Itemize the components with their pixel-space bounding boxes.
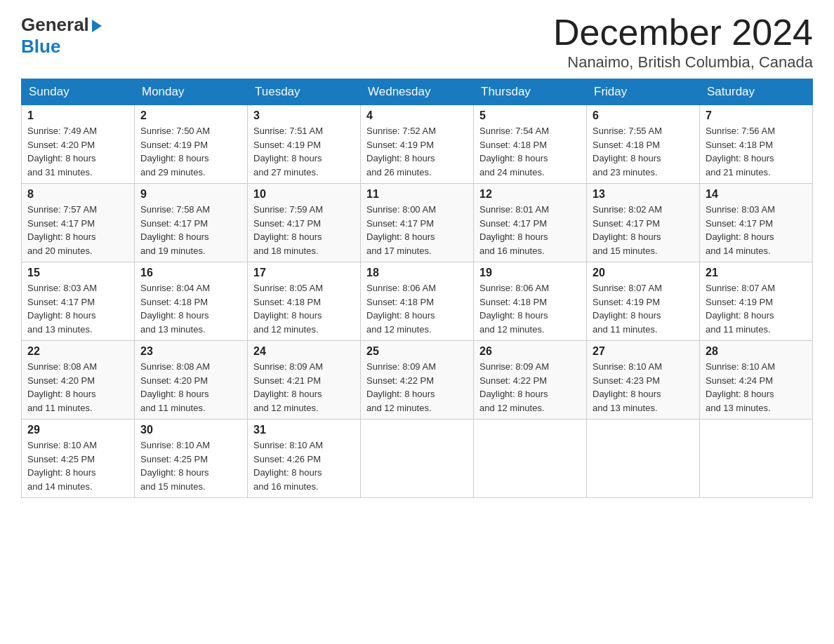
day-number: 2	[140, 109, 241, 122]
day-number: 30	[140, 424, 241, 436]
day-number: 9	[140, 188, 241, 201]
day-info: Sunrise: 8:07 AM Sunset: 4:19 PM Dayligh…	[706, 281, 807, 336]
day-number: 31	[253, 424, 355, 436]
day-number: 1	[27, 109, 128, 122]
header-sunday: Sunday	[22, 79, 135, 105]
day-number: 19	[479, 267, 581, 279]
header-wednesday: Wednesday	[361, 79, 474, 105]
day-number: 26	[479, 345, 581, 358]
day-number: 17	[253, 267, 355, 279]
day-number: 28	[706, 345, 807, 358]
day-info: Sunrise: 7:56 AM Sunset: 4:18 PM Dayligh…	[706, 124, 807, 179]
calendar-cell: 30 Sunrise: 8:10 AM Sunset: 4:25 PM Dayl…	[135, 420, 248, 498]
day-info: Sunrise: 8:09 AM Sunset: 4:22 PM Dayligh…	[366, 360, 468, 415]
calendar-cell: 21 Sunrise: 8:07 AM Sunset: 4:19 PM Dayl…	[700, 262, 813, 341]
calendar-week-row-3: 15 Sunrise: 8:03 AM Sunset: 4:17 PM Dayl…	[22, 262, 813, 341]
logo: General Blue	[21, 14, 102, 58]
calendar-cell: 1 Sunrise: 7:49 AM Sunset: 4:20 PM Dayli…	[22, 105, 135, 184]
calendar-cell: 23 Sunrise: 8:08 AM Sunset: 4:20 PM Dayl…	[135, 341, 248, 420]
calendar-cell: 14 Sunrise: 8:03 AM Sunset: 4:17 PM Dayl…	[700, 184, 813, 262]
calendar-cell: 28 Sunrise: 8:10 AM Sunset: 4:24 PM Dayl…	[700, 341, 813, 420]
header-saturday: Saturday	[700, 79, 813, 105]
calendar-cell: 27 Sunrise: 8:10 AM Sunset: 4:23 PM Dayl…	[587, 341, 700, 420]
day-info: Sunrise: 8:03 AM Sunset: 4:17 PM Dayligh…	[706, 203, 807, 257]
header-friday: Friday	[587, 79, 700, 105]
calendar-cell: 20 Sunrise: 8:07 AM Sunset: 4:19 PM Dayl…	[587, 262, 700, 341]
day-number: 23	[140, 345, 241, 358]
day-info: Sunrise: 8:00 AM Sunset: 4:17 PM Dayligh…	[366, 203, 468, 257]
day-number: 18	[366, 267, 468, 279]
header-monday: Monday	[135, 79, 248, 105]
calendar-week-row-4: 22 Sunrise: 8:08 AM Sunset: 4:20 PM Dayl…	[22, 341, 813, 420]
header-tuesday: Tuesday	[248, 79, 361, 105]
day-number: 3	[253, 109, 355, 122]
day-info: Sunrise: 7:54 AM Sunset: 4:18 PM Dayligh…	[479, 124, 581, 179]
calendar-cell: 24 Sunrise: 8:09 AM Sunset: 4:21 PM Dayl…	[248, 341, 361, 420]
header-thursday: Thursday	[474, 79, 587, 105]
calendar-cell: 26 Sunrise: 8:09 AM Sunset: 4:22 PM Dayl…	[474, 341, 587, 420]
calendar-cell	[361, 420, 474, 498]
calendar-cell: 2 Sunrise: 7:50 AM Sunset: 4:19 PM Dayli…	[135, 105, 248, 184]
calendar-cell	[474, 420, 587, 498]
day-number: 13	[593, 188, 694, 201]
day-number: 12	[479, 188, 581, 201]
calendar-cell: 9 Sunrise: 7:58 AM Sunset: 4:17 PM Dayli…	[135, 184, 248, 262]
day-number: 10	[253, 188, 355, 201]
calendar-cell: 10 Sunrise: 7:59 AM Sunset: 4:17 PM Dayl…	[248, 184, 361, 262]
calendar-cell: 15 Sunrise: 8:03 AM Sunset: 4:17 PM Dayl…	[22, 262, 135, 341]
day-number: 29	[27, 424, 128, 436]
calendar-cell: 22 Sunrise: 8:08 AM Sunset: 4:20 PM Dayl…	[22, 341, 135, 420]
day-info: Sunrise: 8:02 AM Sunset: 4:17 PM Dayligh…	[593, 203, 694, 257]
calendar-cell: 31 Sunrise: 8:10 AM Sunset: 4:26 PM Dayl…	[248, 420, 361, 498]
day-info: Sunrise: 7:49 AM Sunset: 4:20 PM Dayligh…	[27, 124, 128, 179]
calendar-week-row-2: 8 Sunrise: 7:57 AM Sunset: 4:17 PM Dayli…	[22, 184, 813, 262]
day-info: Sunrise: 7:57 AM Sunset: 4:17 PM Dayligh…	[27, 203, 128, 257]
calendar-cell	[587, 420, 700, 498]
day-info: Sunrise: 8:09 AM Sunset: 4:22 PM Dayligh…	[479, 360, 581, 415]
day-info: Sunrise: 7:59 AM Sunset: 4:17 PM Dayligh…	[253, 203, 355, 257]
day-info: Sunrise: 8:10 AM Sunset: 4:25 PM Dayligh…	[140, 438, 241, 493]
calendar-cell: 29 Sunrise: 8:10 AM Sunset: 4:25 PM Dayl…	[22, 420, 135, 498]
day-info: Sunrise: 8:03 AM Sunset: 4:17 PM Dayligh…	[27, 281, 128, 336]
day-info: Sunrise: 8:05 AM Sunset: 4:18 PM Dayligh…	[253, 281, 355, 336]
calendar-table: Sunday Monday Tuesday Wednesday Thursday…	[21, 79, 813, 498]
day-number: 8	[27, 188, 128, 201]
calendar-cell: 11 Sunrise: 8:00 AM Sunset: 4:17 PM Dayl…	[361, 184, 474, 262]
day-info: Sunrise: 8:01 AM Sunset: 4:17 PM Dayligh…	[479, 203, 581, 257]
day-info: Sunrise: 8:10 AM Sunset: 4:23 PM Dayligh…	[593, 360, 694, 415]
day-info: Sunrise: 7:51 AM Sunset: 4:19 PM Dayligh…	[253, 124, 355, 179]
day-info: Sunrise: 8:10 AM Sunset: 4:25 PM Dayligh…	[27, 438, 128, 493]
day-number: 16	[140, 267, 241, 279]
day-info: Sunrise: 8:09 AM Sunset: 4:21 PM Dayligh…	[253, 360, 355, 415]
calendar-week-row-5: 29 Sunrise: 8:10 AM Sunset: 4:25 PM Dayl…	[22, 420, 813, 498]
calendar-cell: 6 Sunrise: 7:55 AM Sunset: 4:18 PM Dayli…	[587, 105, 700, 184]
day-number: 14	[706, 188, 807, 201]
day-info: Sunrise: 7:52 AM Sunset: 4:19 PM Dayligh…	[366, 124, 468, 179]
calendar-cell: 13 Sunrise: 8:02 AM Sunset: 4:17 PM Dayl…	[587, 184, 700, 262]
day-number: 4	[366, 109, 468, 122]
day-info: Sunrise: 8:06 AM Sunset: 4:18 PM Dayligh…	[366, 281, 468, 336]
calendar-cell: 4 Sunrise: 7:52 AM Sunset: 4:19 PM Dayli…	[361, 105, 474, 184]
calendar-cell	[700, 420, 813, 498]
day-info: Sunrise: 8:10 AM Sunset: 4:24 PM Dayligh…	[706, 360, 807, 415]
day-info: Sunrise: 7:50 AM Sunset: 4:19 PM Dayligh…	[140, 124, 241, 179]
day-number: 15	[27, 267, 128, 279]
calendar-cell: 5 Sunrise: 7:54 AM Sunset: 4:18 PM Dayli…	[474, 105, 587, 184]
day-number: 25	[366, 345, 468, 358]
page-header: General Blue December 2024 Nanaimo, Brit…	[21, 14, 813, 72]
day-number: 27	[593, 345, 694, 358]
day-info: Sunrise: 7:58 AM Sunset: 4:17 PM Dayligh…	[140, 203, 241, 257]
title-block: December 2024 Nanaimo, British Columbia,…	[553, 14, 813, 72]
day-number: 22	[27, 345, 128, 358]
calendar-cell: 8 Sunrise: 7:57 AM Sunset: 4:17 PM Dayli…	[22, 184, 135, 262]
day-number: 21	[706, 267, 807, 279]
calendar-cell: 7 Sunrise: 7:56 AM Sunset: 4:18 PM Dayli…	[700, 105, 813, 184]
calendar-week-row-1: 1 Sunrise: 7:49 AM Sunset: 4:20 PM Dayli…	[22, 105, 813, 184]
calendar-cell: 19 Sunrise: 8:06 AM Sunset: 4:18 PM Dayl…	[474, 262, 587, 341]
day-number: 5	[479, 109, 581, 122]
day-number: 7	[706, 109, 807, 122]
day-number: 11	[366, 188, 468, 201]
logo-line2: Blue	[21, 36, 60, 58]
day-info: Sunrise: 7:55 AM Sunset: 4:18 PM Dayligh…	[593, 124, 694, 179]
day-info: Sunrise: 8:10 AM Sunset: 4:26 PM Dayligh…	[253, 438, 355, 493]
